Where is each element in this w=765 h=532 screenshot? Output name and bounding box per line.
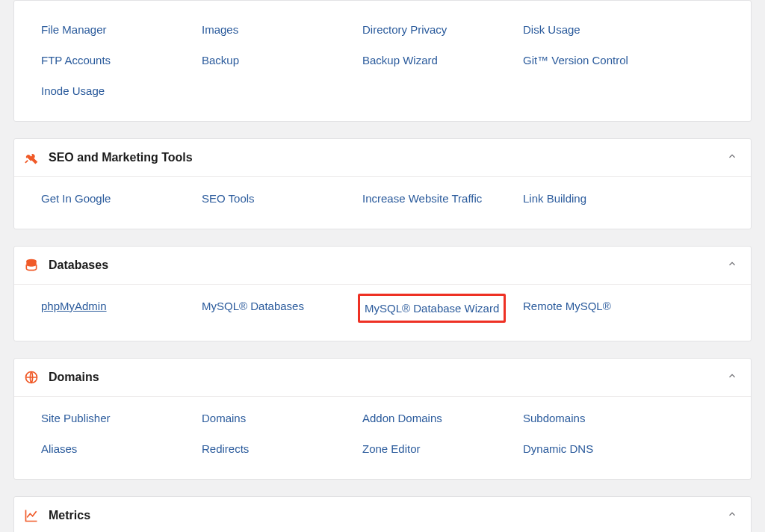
section-databases: Databases phpMyAdmin MySQL® Databases My… bbox=[13, 246, 752, 341]
section-databases-body: phpMyAdmin MySQL® Databases MySQL® Datab… bbox=[14, 284, 751, 341]
link-zone-editor[interactable]: Zone Editor bbox=[362, 433, 523, 464]
link-redirects[interactable]: Redirects bbox=[202, 433, 362, 464]
section-metrics-title: Metrics bbox=[49, 509, 90, 522]
link-images[interactable]: Images bbox=[202, 14, 362, 45]
link-mysql-database-wizard[interactable]: MySQL® Database Wizard bbox=[362, 291, 523, 326]
link-addon-domains[interactable]: Addon Domains bbox=[362, 403, 523, 433]
section-seo: SEO and Marketing Tools Get In Google SE… bbox=[13, 138, 752, 229]
tools-icon bbox=[23, 149, 40, 166]
section-seo-header[interactable]: SEO and Marketing Tools bbox=[14, 139, 751, 176]
chevron-up-icon bbox=[727, 371, 737, 384]
link-file-manager[interactable]: File Manager bbox=[41, 14, 202, 45]
link-remote-mysql[interactable]: Remote MySQL® bbox=[523, 291, 684, 326]
link-mysql-databases[interactable]: MySQL® Databases bbox=[202, 291, 362, 326]
link-git-version-control[interactable]: Git™ Version Control bbox=[523, 45, 684, 75]
link-directory-privacy[interactable]: Directory Privacy bbox=[362, 14, 523, 45]
link-link-building[interactable]: Link Building bbox=[523, 183, 684, 214]
chevron-up-icon bbox=[727, 151, 737, 164]
section-metrics: Metrics bbox=[13, 496, 752, 532]
seo-link-grid: Get In Google SEO Tools Increase Website… bbox=[41, 183, 743, 214]
section-metrics-header[interactable]: Metrics bbox=[14, 497, 751, 532]
link-seo-tools[interactable]: SEO Tools bbox=[202, 183, 362, 214]
highlight-box: MySQL® Database Wizard bbox=[358, 294, 506, 323]
databases-link-grid: phpMyAdmin MySQL® Databases MySQL® Datab… bbox=[41, 291, 743, 326]
files-link-grid: File Manager Images Directory Privacy Di… bbox=[41, 14, 743, 106]
link-phpmyadmin[interactable]: phpMyAdmin bbox=[41, 291, 202, 326]
link-increase-website-traffic[interactable]: Increase Website Traffic bbox=[362, 183, 523, 214]
globe-icon bbox=[23, 369, 40, 386]
link-site-publisher[interactable]: Site Publisher bbox=[41, 403, 202, 433]
link-inode-usage[interactable]: Inode Usage bbox=[41, 75, 202, 106]
section-domains: Domains Site Publisher Domains Addon Dom… bbox=[13, 358, 752, 480]
chevron-up-icon bbox=[727, 259, 737, 272]
chart-icon bbox=[23, 507, 40, 524]
section-seo-title: SEO and Marketing Tools bbox=[49, 151, 193, 164]
section-domains-title: Domains bbox=[49, 371, 99, 384]
chevron-up-icon bbox=[727, 509, 737, 522]
link-disk-usage[interactable]: Disk Usage bbox=[523, 14, 684, 45]
section-databases-header[interactable]: Databases bbox=[14, 247, 751, 284]
link-domains[interactable]: Domains bbox=[202, 403, 362, 433]
section-domains-header[interactable]: Domains bbox=[14, 359, 751, 396]
link-backup-wizard[interactable]: Backup Wizard bbox=[362, 45, 523, 75]
section-domains-body: Site Publisher Domains Addon Domains Sub… bbox=[14, 396, 751, 479]
section-seo-body: Get In Google SEO Tools Increase Website… bbox=[14, 176, 751, 229]
section-databases-title: Databases bbox=[49, 259, 108, 272]
domains-link-grid: Site Publisher Domains Addon Domains Sub… bbox=[41, 403, 743, 464]
section-files: File Manager Images Directory Privacy Di… bbox=[13, 0, 752, 122]
link-backup[interactable]: Backup bbox=[202, 45, 362, 75]
link-ftp-accounts[interactable]: FTP Accounts bbox=[41, 45, 202, 75]
section-files-body: File Manager Images Directory Privacy Di… bbox=[14, 1, 751, 121]
database-icon bbox=[23, 257, 40, 273]
link-aliases[interactable]: Aliases bbox=[41, 433, 202, 464]
link-get-in-google[interactable]: Get In Google bbox=[41, 183, 202, 214]
link-dynamic-dns[interactable]: Dynamic DNS bbox=[523, 433, 684, 464]
link-subdomains[interactable]: Subdomains bbox=[523, 403, 684, 433]
